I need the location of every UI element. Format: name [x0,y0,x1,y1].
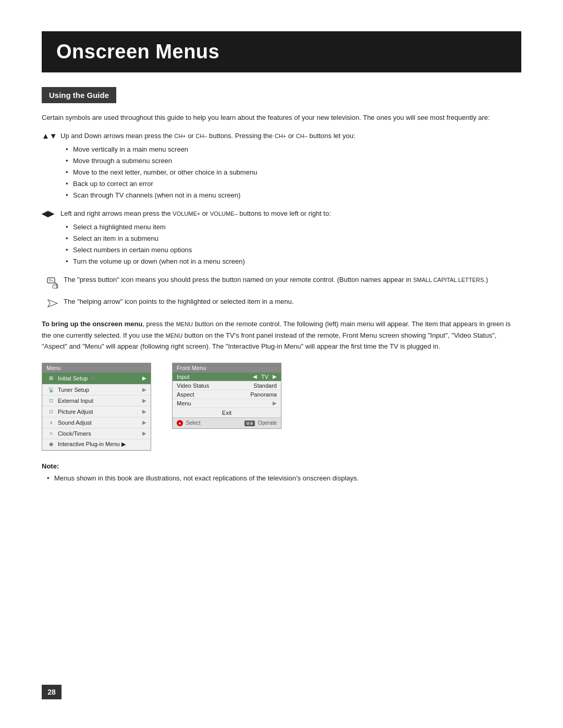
menu-item-label: Sound Adjust [58,419,92,426]
menu-arrow-icon: ▶ [142,387,146,392]
front-menu-value: TV [261,374,268,380]
list-item: Scan through TV channels (when not in a … [66,190,356,201]
menu-arrow-icon: ▶ [273,400,277,406]
menu-arrow-icon: ▶ [142,375,146,381]
menu-item-label: Picture Adjust [58,409,93,415]
front-menu-row-aspect: Aspect Panorama [173,390,281,399]
menu-item-initial-setup: ⊞ Initial Setup ↖ ▶ [42,373,151,385]
note-list: Menus shown in this book are illustratio… [47,473,521,484]
left-arrow-icon: ◀ [253,374,257,379]
list-item: Turn the volume up or down (when not in … [66,256,331,267]
page-title: Onscreen Menus [42,31,521,72]
bullet-leftright-content: Left and right arrows mean press the Vol… [60,208,331,267]
clock-icon: ○ [47,430,55,437]
list-item: Move vertically in a main menu screen [66,144,356,155]
tuner-icon: 📡 [47,386,55,393]
right-arrow-icon: ▶ [273,374,277,379]
helping-arrow-icon-box [42,297,64,309]
menu-arrow-icon: ▶ [142,430,146,436]
front-menu-label: Aspect [177,391,248,398]
page: Onscreen Menus Using the Guide Certain s… [0,0,563,728]
front-menu-screenshot: Front Menu Input ◀ TV ▶ Video Status Sta… [172,363,282,429]
menu-item-label: External Input [58,398,93,404]
front-menu-value: Panorama [250,391,277,398]
svg-marker-4 [48,300,57,307]
bullet-press: The "press button" icon means you should… [42,275,521,290]
menu-item-picture-adjust: □ Picture Adjust ▶ [42,406,151,417]
menu-arrow-icon: ▶ [142,398,146,403]
front-menu-footer: ● Select ⊞⊞ Operate [173,417,281,429]
plugin-icon: ⊕ [47,441,55,448]
press-button-icon [45,276,60,290]
bullet-leftright: ◀▶ Left and right arrows mean press the … [42,208,521,267]
external-input-icon: □ [47,397,55,404]
exit-label: Exit [222,410,231,416]
list-item: Select numbers in certain menu options [66,244,331,256]
press-button-text: The "press button" icon means you should… [64,275,521,286]
bullet-updown-text: Up and Down arrows mean press the Ch+ or… [60,132,356,140]
note-section: Note: Menus shown in this book are illus… [42,462,521,484]
helping-arrow-icon [46,298,59,309]
note-item: Menus shown in this book are illustratio… [47,473,521,484]
intro-text: Certain symbols are used throughout this… [42,113,521,124]
sound-icon: ♪ [47,419,55,426]
menu-arrow-icon: ▶ [142,419,146,425]
setup-icon: ⊞ [47,375,55,382]
menu-item-tuner-setup: 📡 Tuner Setup ▶ [42,385,151,396]
front-menu-exit-row: Exit [173,408,281,417]
menu-arrow-icon: ▶ [142,409,146,414]
section-header: Using the Guide [42,87,116,103]
front-menu-row-videostatus: Video Status Standard [173,381,281,390]
press-icon-box [42,275,64,290]
helping-arrow-text: The "helping arrow" icon points to the h… [64,297,521,307]
bullet-updown: ▲▼ Up and Down arrows mean press the Ch+… [42,131,521,201]
page-number: 28 [42,685,62,699]
front-menu-value: Standard [253,382,277,389]
front-menu-label: Video Status [177,382,251,389]
picture-icon: □ [47,408,55,415]
list-item: Select an item in a submenu [66,233,331,244]
note-title: Note: [42,462,521,470]
cursor-icon: ↖ [91,374,97,382]
menu-screenshot-title: Menu [42,363,151,373]
front-menu-label: Menu [177,400,271,406]
menu-item-label: Initial Setup [58,375,88,381]
screenshots-row: Menu ⊞ Initial Setup ↖ ▶ 📡 Tuner Setup ▶… [42,363,521,451]
menu-item-sound-adjust: ♪ Sound Adjust ▶ [42,417,151,428]
list-item: Move to the next letter, number, or othe… [66,167,356,178]
front-menu-title: Front Menu [173,363,281,373]
bullet-updown-content: Up and Down arrows mean press the Ch+ or… [60,131,356,201]
operate-btn-icon: ⊞⊞ [244,421,255,426]
list-item: Select a highlighted menu item [66,221,331,233]
list-item: Back up to correct an error [66,178,356,190]
updown-arrow-icon: ▲▼ [42,131,60,140]
menu-item-label: Clock/Timers [58,430,91,437]
bullet-updown-list: Move vertically in a main menu screen Mo… [66,144,356,201]
front-menu-row-menu: Menu ▶ [173,399,281,408]
front-menu-row-input: Input ◀ TV ▶ [173,373,281,381]
select-btn-icon: ● [177,420,183,426]
footer-operate: ⊞⊞ Operate [244,420,277,426]
menu-screenshot: Menu ⊞ Initial Setup ↖ ▶ 📡 Tuner Setup ▶… [42,363,151,451]
footer-select: ● Select [177,420,201,427]
menu-item-external-input: □ External Input ▶ [42,396,151,406]
menu-item-interactive: ⊕ Interactive Plug-in Menu ▶ [42,439,151,450]
leftright-arrow-icon: ◀▶ [42,208,60,218]
menu-item-label: Tuner Setup [58,387,89,393]
bullet-leftright-text: Left and right arrows mean press the Vol… [60,209,331,217]
menu-item-clock-timers: ○ Clock/Timers ▶ [42,428,151,439]
bullet-helping-arrow: The "helping arrow" icon points to the h… [42,297,521,309]
main-description: To bring up the onscreen menu, press the… [42,318,521,352]
bullet-leftright-list: Select a highlighted menu item Select an… [66,221,331,267]
front-menu-label: Input [177,374,251,380]
menu-item-label: Interactive Plug-in Menu ▶ [58,441,126,448]
svg-rect-0 [47,278,55,283]
list-item: Move through a submenu screen [66,155,356,167]
